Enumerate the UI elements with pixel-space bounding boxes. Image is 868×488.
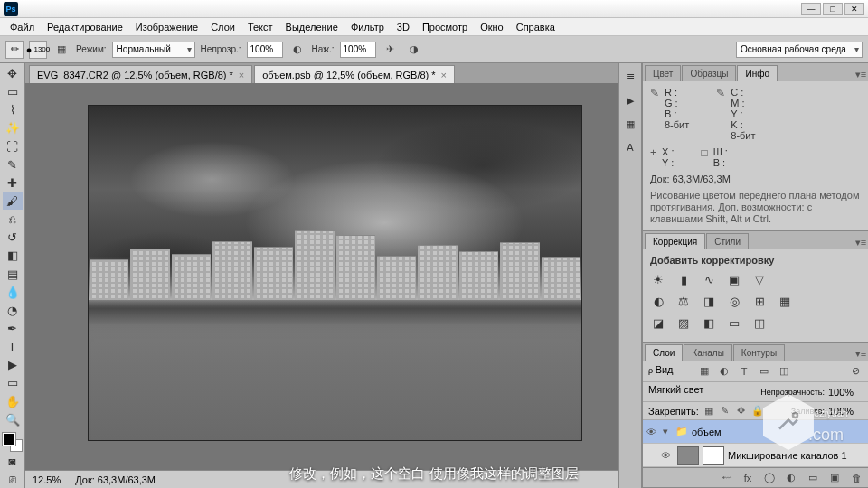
maximize-button[interactable]: □: [823, 3, 843, 15]
gradient-tool[interactable]: ▤: [3, 266, 23, 283]
menu-window[interactable]: Окно: [474, 22, 510, 33]
delete-icon[interactable]: 🗑: [850, 472, 863, 484]
brush-preset-picker[interactable]: ● 1300: [29, 41, 47, 59]
visibility-icon[interactable]: 👁: [646, 427, 659, 437]
heal-tool[interactable]: ✚: [3, 174, 23, 192]
crop-tool[interactable]: ⛶: [3, 138, 23, 155]
hand-tool[interactable]: ✋: [3, 393, 23, 410]
menu-image[interactable]: Изображение: [129, 22, 204, 33]
filter-adjust-icon[interactable]: ◐: [717, 364, 731, 379]
layer-filter-select[interactable]: ρ Вид: [648, 364, 692, 379]
filter-smart-icon[interactable]: ◫: [777, 364, 791, 379]
photofilter-icon[interactable]: ◎: [726, 293, 742, 309]
pressure-opacity-icon[interactable]: ◐: [288, 41, 307, 59]
chevron-down-icon[interactable]: ▾: [663, 426, 672, 437]
tool-indicator-icon[interactable]: ✏: [5, 41, 24, 59]
eraser-tool[interactable]: ◧: [3, 247, 23, 264]
menu-file[interactable]: Файл: [4, 22, 41, 33]
blend-mode-select[interactable]: Нормальный: [112, 42, 195, 58]
menu-filter[interactable]: Фильтр: [344, 22, 391, 33]
menu-3d[interactable]: 3D: [391, 22, 416, 33]
vibrance-icon[interactable]: ▽: [751, 271, 768, 287]
layer-name[interactable]: объем: [692, 427, 722, 437]
fill-field[interactable]: 100%: [828, 406, 863, 417]
exposure-icon[interactable]: ▣: [726, 271, 742, 287]
new-layer-icon[interactable]: ▣: [828, 472, 841, 484]
mask-icon[interactable]: ◯: [763, 472, 776, 484]
new-group-icon[interactable]: ▭: [807, 472, 819, 484]
marquee-tool[interactable]: ▭: [3, 83, 23, 100]
filter-toggle[interactable]: ⊘: [848, 364, 863, 379]
pen-tool[interactable]: ✒: [3, 320, 23, 337]
filter-shape-icon[interactable]: ▭: [757, 364, 771, 379]
mask-thumb[interactable]: [703, 446, 724, 465]
zoom-tool[interactable]: 🔍: [3, 411, 23, 428]
link-icon[interactable]: ⬳: [720, 472, 732, 484]
menu-select[interactable]: Выделение: [279, 22, 344, 33]
tab-adjustments[interactable]: Коррекция: [645, 233, 705, 249]
zoom-level[interactable]: 12.5%: [33, 474, 61, 485]
brightness-icon[interactable]: ☀: [650, 271, 666, 287]
levels-icon[interactable]: ▮: [675, 271, 692, 287]
tab-swatches[interactable]: Образцы: [682, 65, 736, 81]
lasso-tool[interactable]: ⌇: [3, 101, 23, 118]
doc-tab-1[interactable]: EVG_8347.CR2 @ 12,5% (объем, RGB/8) *×: [29, 65, 252, 83]
doc-tab-2[interactable]: объем.psb @ 12,5% (объем, RGB/8) *×: [254, 65, 455, 83]
dodge-tool[interactable]: ◔: [3, 302, 23, 319]
shape-tool[interactable]: ▭: [3, 374, 23, 391]
opacity-field[interactable]: 100%: [247, 42, 283, 58]
layer-thumb[interactable]: [677, 446, 699, 465]
lock-image-icon[interactable]: ✎: [719, 405, 731, 418]
menu-view[interactable]: Просмотр: [416, 22, 474, 33]
tab-color[interactable]: Цвет: [645, 65, 681, 81]
menu-edit[interactable]: Редактирование: [41, 22, 129, 33]
tab-paths[interactable]: Контуры: [733, 344, 785, 361]
tab-channels[interactable]: Каналы: [684, 344, 732, 361]
stamp-tool[interactable]: ⎌: [3, 211, 23, 228]
close-icon[interactable]: ×: [239, 70, 244, 80]
screenmode-toggle[interactable]: ⎚: [3, 471, 23, 488]
wand-tool[interactable]: ✨: [3, 119, 23, 136]
flow-field[interactable]: 100%: [340, 42, 376, 58]
menu-layers[interactable]: Слои: [204, 22, 241, 33]
posterize-icon[interactable]: ▨: [675, 314, 692, 331]
color-swatches[interactable]: [3, 433, 23, 452]
close-icon[interactable]: ×: [441, 70, 447, 80]
eyedropper-tool[interactable]: ✎: [3, 156, 23, 174]
panel-menu-icon[interactable]: ▾≡: [854, 346, 868, 361]
move-tool[interactable]: ✥: [3, 65, 23, 82]
invert-icon[interactable]: ◪: [650, 314, 666, 331]
filter-pixel-icon[interactable]: ▦: [697, 364, 712, 379]
tab-layers[interactable]: Слои: [645, 344, 683, 361]
blur-tool[interactable]: 💧: [3, 284, 23, 301]
path-select-tool[interactable]: ▶: [3, 356, 23, 373]
lookup-icon[interactable]: ▦: [777, 293, 793, 309]
character-icon[interactable]: A: [622, 139, 638, 155]
menu-text[interactable]: Текст: [241, 22, 279, 33]
tab-styles[interactable]: Стили: [706, 233, 749, 249]
close-button[interactable]: ✕: [844, 3, 864, 15]
layer-row[interactable]: 👁 ▾ 📁 объем: [643, 420, 868, 444]
layer-opacity-field[interactable]: 100%: [828, 387, 863, 398]
panel-menu-icon[interactable]: ▾≡: [854, 235, 868, 249]
history-icon[interactable]: ≣: [622, 69, 638, 85]
history-brush-tool[interactable]: ↺: [3, 229, 23, 246]
airbrush-icon[interactable]: ✈: [382, 41, 400, 59]
layer-row[interactable]: 👁 Микширование каналов 1: [643, 444, 868, 467]
menu-help[interactable]: Справка: [510, 22, 561, 33]
new-adjustment-icon[interactable]: ◐: [785, 472, 797, 484]
type-tool[interactable]: T: [3, 338, 23, 355]
visibility-icon[interactable]: 👁: [661, 450, 674, 461]
hue-icon[interactable]: ◐: [650, 293, 666, 309]
filter-type-icon[interactable]: T: [737, 364, 751, 379]
pressure-size-icon[interactable]: ◑: [405, 41, 423, 59]
workspace-switcher[interactable]: Основная рабочая среда: [736, 42, 863, 58]
lock-all-icon[interactable]: 🔒: [751, 405, 764, 418]
brush-panel-icon[interactable]: ▦: [52, 41, 71, 59]
layer-name[interactable]: Микширование каналов 1: [728, 450, 847, 461]
gradientmap-icon[interactable]: ▭: [726, 314, 742, 331]
quickmask-toggle[interactable]: ◙: [3, 453, 23, 470]
panel-menu-icon[interactable]: ▾≡: [854, 67, 868, 81]
actions-icon[interactable]: ▶: [622, 92, 638, 108]
tab-info[interactable]: Инфо: [737, 65, 778, 81]
